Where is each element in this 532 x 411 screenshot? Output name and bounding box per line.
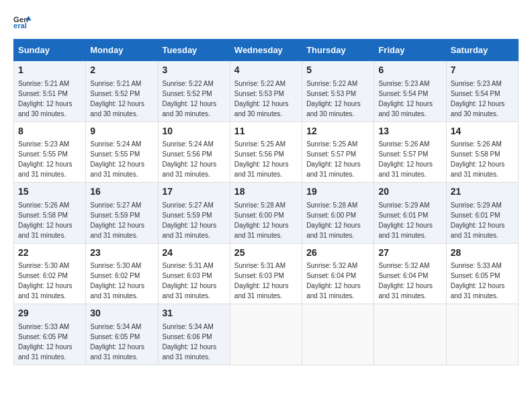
calendar-cell: 25Sunrise: 5:31 AMSunset: 6:03 PMDayligh… bbox=[230, 243, 302, 304]
svg-text:eral: eral bbox=[13, 21, 27, 30]
calendar-cell: 24Sunrise: 5:31 AMSunset: 6:03 PMDayligh… bbox=[158, 243, 230, 304]
day-info: Sunrise: 5:21 AMSunset: 5:51 PMDaylight:… bbox=[18, 80, 73, 118]
day-info: Sunrise: 5:26 AMSunset: 5:57 PMDaylight:… bbox=[378, 140, 433, 178]
calendar-cell: 26Sunrise: 5:32 AMSunset: 6:04 PMDayligh… bbox=[302, 243, 374, 304]
day-info: Sunrise: 5:32 AMSunset: 6:04 PMDaylight:… bbox=[306, 262, 361, 300]
calendar-week-1: 1Sunrise: 5:21 AMSunset: 5:51 PMDaylight… bbox=[14, 61, 519, 122]
day-number: 13 bbox=[378, 125, 441, 138]
calendar-cell: 21Sunrise: 5:29 AMSunset: 6:01 PMDayligh… bbox=[446, 183, 518, 244]
header-tuesday: Tuesday bbox=[158, 40, 230, 61]
calendar-cell: 19Sunrise: 5:28 AMSunset: 6:00 PMDayligh… bbox=[302, 183, 374, 244]
calendar-cell: 20Sunrise: 5:29 AMSunset: 6:01 PMDayligh… bbox=[374, 183, 446, 244]
calendar-week-4: 22Sunrise: 5:30 AMSunset: 6:02 PMDayligh… bbox=[14, 243, 519, 304]
day-number: 21 bbox=[451, 185, 514, 199]
calendar-cell bbox=[446, 304, 518, 365]
day-info: Sunrise: 5:22 AMSunset: 5:52 PMDaylight:… bbox=[163, 80, 217, 118]
day-number: 30 bbox=[90, 307, 153, 320]
day-info: Sunrise: 5:26 AMSunset: 5:58 PMDaylight:… bbox=[18, 201, 73, 239]
calendar-cell: 28Sunrise: 5:33 AMSunset: 6:05 PMDayligh… bbox=[446, 243, 518, 304]
header-wednesday: Wednesday bbox=[230, 40, 302, 61]
calendar-cell: 22Sunrise: 5:30 AMSunset: 6:02 PMDayligh… bbox=[14, 243, 86, 304]
day-number: 10 bbox=[163, 125, 226, 138]
day-info: Sunrise: 5:34 AMSunset: 6:05 PMDaylight:… bbox=[90, 323, 144, 361]
calendar-cell: 9Sunrise: 5:24 AMSunset: 5:55 PMDaylight… bbox=[86, 122, 158, 183]
day-number: 18 bbox=[234, 185, 298, 199]
calendar-cell bbox=[230, 304, 302, 365]
day-number: 20 bbox=[378, 185, 441, 199]
day-number: 12 bbox=[306, 125, 369, 138]
day-info: Sunrise: 5:25 AMSunset: 5:56 PMDaylight:… bbox=[234, 140, 289, 178]
day-info: Sunrise: 5:24 AMSunset: 5:56 PMDaylight:… bbox=[163, 140, 217, 178]
day-number: 22 bbox=[18, 246, 81, 260]
calendar-cell: 2Sunrise: 5:21 AMSunset: 5:52 PMDaylight… bbox=[86, 61, 158, 122]
header-friday: Friday bbox=[374, 40, 446, 61]
calendar-cell: 11Sunrise: 5:25 AMSunset: 5:56 PMDayligh… bbox=[230, 122, 302, 183]
day-info: Sunrise: 5:23 AMSunset: 5:54 PMDaylight:… bbox=[378, 80, 433, 118]
day-info: Sunrise: 5:26 AMSunset: 5:58 PMDaylight:… bbox=[451, 140, 505, 178]
day-number: 16 bbox=[90, 185, 153, 199]
day-info: Sunrise: 5:33 AMSunset: 6:05 PMDaylight:… bbox=[18, 323, 73, 361]
header-thursday: Thursday bbox=[302, 40, 374, 61]
day-number: 1 bbox=[18, 64, 81, 77]
day-number: 15 bbox=[18, 185, 81, 199]
day-info: Sunrise: 5:31 AMSunset: 6:03 PMDaylight:… bbox=[163, 262, 217, 300]
calendar-table: SundayMondayTuesdayWednesdayThursdayFrid… bbox=[13, 39, 519, 365]
day-info: Sunrise: 5:21 AMSunset: 5:52 PMDaylight:… bbox=[90, 80, 144, 118]
day-info: Sunrise: 5:31 AMSunset: 6:03 PMDaylight:… bbox=[234, 262, 289, 300]
calendar-cell: 30Sunrise: 5:34 AMSunset: 6:05 PMDayligh… bbox=[86, 304, 158, 365]
day-info: Sunrise: 5:27 AMSunset: 5:59 PMDaylight:… bbox=[163, 201, 217, 239]
day-number: 25 bbox=[234, 246, 298, 260]
calendar-header-row: SundayMondayTuesdayWednesdayThursdayFrid… bbox=[14, 40, 519, 61]
calendar-cell: 23Sunrise: 5:30 AMSunset: 6:02 PMDayligh… bbox=[86, 243, 158, 304]
calendar-cell: 31Sunrise: 5:34 AMSunset: 6:06 PMDayligh… bbox=[158, 304, 230, 365]
day-info: Sunrise: 5:24 AMSunset: 5:55 PMDaylight:… bbox=[90, 140, 144, 178]
day-number: 26 bbox=[306, 246, 369, 260]
logo-icon: Gen eral bbox=[13, 13, 32, 32]
calendar-cell: 1Sunrise: 5:21 AMSunset: 5:51 PMDaylight… bbox=[14, 61, 86, 122]
calendar-week-5: 29Sunrise: 5:33 AMSunset: 6:05 PMDayligh… bbox=[14, 304, 519, 365]
day-info: Sunrise: 5:30 AMSunset: 6:02 PMDaylight:… bbox=[90, 262, 144, 300]
day-number: 5 bbox=[306, 64, 369, 77]
day-number: 14 bbox=[451, 125, 514, 138]
page-header: Gen eral bbox=[13, 13, 519, 32]
day-number: 2 bbox=[90, 64, 153, 77]
day-info: Sunrise: 5:28 AMSunset: 6:00 PMDaylight:… bbox=[306, 201, 361, 239]
day-number: 3 bbox=[163, 64, 226, 77]
calendar-cell: 12Sunrise: 5:25 AMSunset: 5:57 PMDayligh… bbox=[302, 122, 374, 183]
day-number: 17 bbox=[163, 185, 226, 199]
day-number: 28 bbox=[451, 246, 514, 260]
calendar-cell bbox=[302, 304, 374, 365]
day-info: Sunrise: 5:23 AMSunset: 5:54 PMDaylight:… bbox=[451, 80, 505, 118]
day-info: Sunrise: 5:22 AMSunset: 5:53 PMDaylight:… bbox=[234, 80, 289, 118]
calendar-cell: 15Sunrise: 5:26 AMSunset: 5:58 PMDayligh… bbox=[14, 183, 86, 244]
day-info: Sunrise: 5:25 AMSunset: 5:57 PMDaylight:… bbox=[306, 140, 361, 178]
day-info: Sunrise: 5:28 AMSunset: 6:00 PMDaylight:… bbox=[234, 201, 289, 239]
calendar-week-3: 15Sunrise: 5:26 AMSunset: 5:58 PMDayligh… bbox=[14, 183, 519, 244]
day-info: Sunrise: 5:30 AMSunset: 6:02 PMDaylight:… bbox=[18, 262, 73, 300]
day-number: 31 bbox=[163, 307, 226, 320]
calendar-cell: 7Sunrise: 5:23 AMSunset: 5:54 PMDaylight… bbox=[446, 61, 518, 122]
day-info: Sunrise: 5:23 AMSunset: 5:55 PMDaylight:… bbox=[18, 140, 73, 178]
calendar-cell: 3Sunrise: 5:22 AMSunset: 5:52 PMDaylight… bbox=[158, 61, 230, 122]
calendar-cell: 14Sunrise: 5:26 AMSunset: 5:58 PMDayligh… bbox=[446, 122, 518, 183]
day-number: 4 bbox=[234, 64, 298, 77]
logo: Gen eral bbox=[13, 13, 35, 32]
calendar-cell: 16Sunrise: 5:27 AMSunset: 5:59 PMDayligh… bbox=[86, 183, 158, 244]
header-saturday: Saturday bbox=[446, 40, 518, 61]
day-number: 19 bbox=[306, 185, 369, 199]
day-info: Sunrise: 5:32 AMSunset: 6:04 PMDaylight:… bbox=[378, 262, 433, 300]
day-number: 9 bbox=[90, 125, 153, 138]
day-info: Sunrise: 5:34 AMSunset: 6:06 PMDaylight:… bbox=[163, 323, 217, 361]
calendar-cell: 18Sunrise: 5:28 AMSunset: 6:00 PMDayligh… bbox=[230, 183, 302, 244]
day-number: 24 bbox=[163, 246, 226, 260]
day-number: 23 bbox=[90, 246, 153, 260]
calendar-cell bbox=[374, 304, 446, 365]
day-number: 29 bbox=[18, 307, 81, 320]
calendar-cell: 8Sunrise: 5:23 AMSunset: 5:55 PMDaylight… bbox=[14, 122, 86, 183]
day-info: Sunrise: 5:29 AMSunset: 6:01 PMDaylight:… bbox=[451, 201, 505, 239]
day-info: Sunrise: 5:22 AMSunset: 5:53 PMDaylight:… bbox=[306, 80, 361, 118]
calendar-cell: 13Sunrise: 5:26 AMSunset: 5:57 PMDayligh… bbox=[374, 122, 446, 183]
day-number: 6 bbox=[378, 64, 441, 77]
day-number: 7 bbox=[451, 64, 514, 77]
day-info: Sunrise: 5:29 AMSunset: 6:01 PMDaylight:… bbox=[378, 201, 433, 239]
